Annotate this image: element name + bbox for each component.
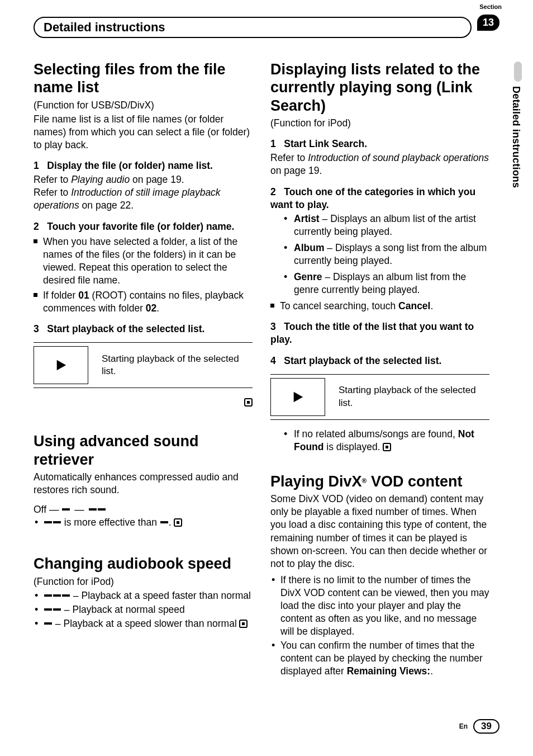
step-num: 1	[270, 138, 276, 149]
section-link-search: Displaying lists related to the currentl…	[270, 60, 489, 453]
heading: Changing audiobook speed	[34, 555, 253, 573]
off-sequence: Off — —	[34, 503, 253, 516]
step-num: 2	[34, 221, 39, 232]
end-section-icon	[244, 398, 253, 407]
step-2-head: 2 Touch one of the categories in which y…	[270, 186, 489, 211]
step-1-head: 1 Display the file (or folder) name list…	[34, 159, 253, 172]
list-item: – Playback at normal speed	[44, 603, 253, 616]
note-bullet: When you have selected a folder, a list …	[34, 235, 253, 287]
section-divx-vod: Playing DivX® VOD content Some DivX VOD …	[270, 472, 489, 678]
level-bar-icon	[53, 608, 61, 611]
side-tab: Detailed instructions	[505, 62, 522, 188]
step-text: Touch your favorite file (or folder) nam…	[47, 221, 234, 232]
note-text: When you have selected a folder, a list …	[43, 235, 253, 287]
list-item: – Playback at a speed slower than normal	[44, 617, 253, 630]
cancel-note: To cancel searching, touch Cancel.	[270, 300, 489, 313]
vod-list: If there is no limit to the number of ti…	[270, 574, 489, 678]
play-icon-cell	[34, 346, 88, 384]
end-section-icon	[383, 443, 391, 451]
ref-1b: Refer to Introduction of still image pla…	[34, 186, 253, 212]
section-number-badge: 13	[477, 15, 499, 31]
heading: Displaying lists related to the currentl…	[270, 60, 489, 115]
step-num: 4	[270, 355, 276, 366]
step-text: Start Link Search.	[284, 138, 367, 149]
level-bar-icon	[160, 521, 168, 523]
list-item: is more effective than .	[44, 516, 253, 529]
intro-text: Automatically enhances compressed audio …	[34, 471, 253, 497]
square-bullet-icon	[34, 239, 37, 243]
end-section-icon	[239, 620, 248, 628]
section-selecting-files: Selecting files from the file name list …	[34, 60, 253, 407]
svg-marker-0	[57, 360, 66, 370]
right-column: Displaying lists related to the currentl…	[270, 60, 489, 679]
section-label: Section	[479, 3, 502, 10]
level-bar-icon	[44, 622, 52, 625]
step-num: 3	[270, 321, 276, 332]
level-bar-icon	[98, 508, 106, 511]
level-bar-icon	[62, 508, 70, 511]
level-bar-icon	[62, 594, 70, 597]
step-3-head: 3 Touch the title of the list that you w…	[270, 320, 489, 346]
list-item: – Playback at a speed faster than normal	[44, 589, 253, 602]
play-icon	[55, 359, 67, 371]
end-section-icon	[174, 518, 182, 527]
step-num: 3	[34, 323, 39, 334]
ref-1a: Refer to Playing audio on page 19.	[34, 173, 253, 186]
step-num: 2	[270, 186, 276, 197]
list-item: Album – Displays a song list from the al…	[294, 242, 489, 267]
side-accent	[514, 62, 522, 82]
step-1-head: 1 Start Link Search.	[270, 138, 489, 150]
play-desc: Starting playback of the selected list.	[88, 353, 253, 378]
step-4-head: 4 Start playback of the selected list.	[270, 355, 489, 367]
page-number: 39	[473, 719, 499, 734]
list-item: Artist – Displays an album list of the a…	[294, 212, 489, 238]
category-list: Artist – Displays an album list of the a…	[270, 212, 489, 297]
play-icon	[292, 391, 304, 403]
step-3-head: 3 Start playback of the selected list.	[34, 323, 253, 336]
page-header: Section Detailed instructions 13	[34, 17, 499, 38]
level-bar-icon	[44, 594, 52, 597]
level-bar-icon	[53, 521, 61, 523]
function-note: (Function for iPod)	[34, 575, 253, 588]
step-num: 1	[34, 160, 39, 171]
list-item: If no related albums/songs are found, No…	[294, 428, 489, 453]
step-text: Touch the title of the list that you wan…	[270, 321, 474, 345]
step-text: Display the file (or folder) name list.	[47, 160, 213, 171]
intro-text: Some DivX VOD (video on demand) content …	[270, 493, 489, 570]
page-footer: En 39	[459, 719, 499, 734]
square-bullet-icon	[270, 304, 274, 308]
level-bar-icon	[53, 594, 61, 597]
speed-list: – Playback at a speed faster than normal…	[34, 589, 253, 630]
play-icon-cell	[270, 378, 325, 416]
heading: Using advanced sound retriever	[34, 432, 253, 469]
left-column: Selecting files from the file name list …	[34, 60, 253, 679]
side-tab-label: Detailed instructions	[510, 86, 522, 188]
step-text: Start playback of the selected list.	[284, 355, 441, 366]
function-note: (Function for iPod)	[270, 117, 489, 130]
svg-marker-1	[294, 392, 303, 402]
step-text: Start playback of the selected list.	[47, 323, 204, 334]
note-text: To cancel searching, touch Cancel.	[280, 300, 433, 313]
heading: Selecting files from the file name list	[34, 60, 253, 97]
ref-1: Refer to Introduction of sound playback …	[270, 152, 489, 177]
playback-row: Starting playback of the selected list.	[270, 374, 489, 420]
list-item: If there is no limit to the number of ti…	[280, 574, 489, 638]
list-item: Genre – Displays an album list from the …	[294, 271, 489, 296]
section-audiobook-speed: Changing audiobook speed (Function for i…	[34, 555, 253, 630]
step-2-head: 2 Touch your favorite file (or folder) n…	[34, 220, 253, 233]
effective-note: is more effective than .	[34, 516, 253, 529]
heading: Playing DivX® VOD content	[270, 472, 489, 490]
not-found-note: If no related albums/songs are found, No…	[270, 428, 489, 453]
intro-text: File name list is a list of file names (…	[34, 113, 253, 152]
square-bullet-icon	[34, 293, 37, 297]
note-text: If folder 01 (ROOT) contains no files, p…	[43, 289, 253, 315]
note-bullet: If folder 01 (ROOT) contains no files, p…	[34, 289, 253, 315]
lang-code: En	[459, 722, 468, 730]
play-desc: Starting playback of the selected list.	[325, 384, 489, 409]
section-sound-retriever: Using advanced sound retriever Automatic…	[34, 432, 253, 529]
step-text: Touch one of the categories in which you…	[270, 186, 475, 210]
level-bar-icon	[89, 508, 97, 511]
function-note: (Function for USB/SD/DivX)	[34, 99, 253, 112]
playback-row: Starting playback of the selected list.	[34, 342, 253, 388]
header-title: Detailed instructions	[34, 17, 472, 38]
